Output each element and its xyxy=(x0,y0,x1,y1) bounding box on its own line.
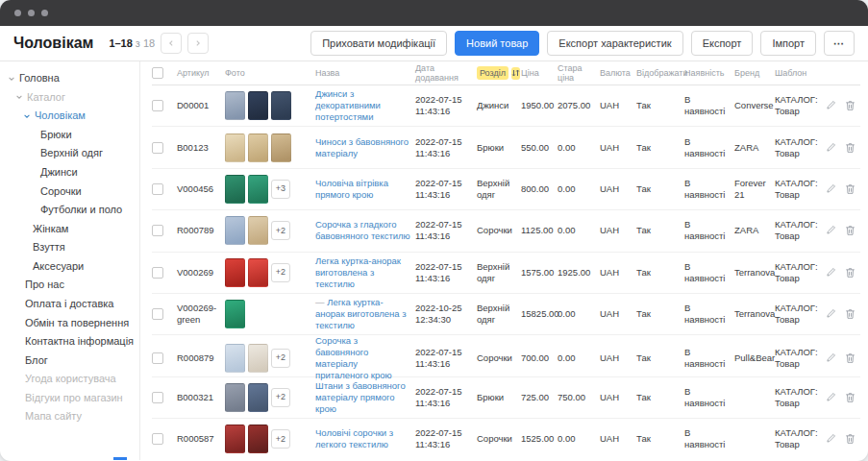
delete-icon[interactable] xyxy=(845,267,856,279)
more-photos-badge[interactable]: +2 xyxy=(271,388,290,407)
edit-icon[interactable] xyxy=(826,352,836,364)
column-header-section[interactable]: Розділ xyxy=(477,66,521,80)
hide-modifications-button[interactable]: Приховати модифікації xyxy=(310,31,447,56)
name-cell: Штани з бавовняного матеріалу прямого кр… xyxy=(315,380,415,415)
column-header-availability[interactable]: Наявність xyxy=(684,68,734,78)
window-control-dot[interactable] xyxy=(14,10,21,16)
next-page-button[interactable] xyxy=(187,33,209,54)
sidebar-item[interactable]: Чоловікам xyxy=(0,107,139,126)
column-header-display[interactable]: Відображати xyxy=(636,68,684,78)
sidebar-item-label: Відгуки про магазин xyxy=(25,392,123,404)
delete-icon[interactable] xyxy=(845,142,856,154)
product-name-link[interactable]: Сорочка з гладкого бавовняного текстилю xyxy=(315,219,410,241)
product-name-link[interactable]: Сорочка з бавовняного матеріалу притален… xyxy=(315,335,392,380)
sidebar-item[interactable]: Угода користувача xyxy=(0,370,139,389)
edit-icon[interactable] xyxy=(826,142,836,154)
edit-icon[interactable] xyxy=(826,183,836,195)
edit-icon[interactable] xyxy=(826,225,836,236)
delete-icon[interactable] xyxy=(845,225,856,236)
row-checkbox[interactable] xyxy=(152,142,163,154)
sidebar-item-label: Сорочки xyxy=(40,185,82,198)
product-name-link[interactable]: Легка куртка-анорак виготовлена з тексти… xyxy=(315,297,407,330)
window-control-dot[interactable] xyxy=(28,10,35,16)
column-header-date-added[interactable]: Дата додавання xyxy=(415,63,477,83)
product-name-link[interactable]: Штани з бавовняного матеріалу прямого кр… xyxy=(315,380,406,414)
sidebar-item[interactable]: Каталог xyxy=(0,88,139,108)
edit-icon[interactable] xyxy=(826,308,836,320)
row-checkbox[interactable] xyxy=(152,433,163,445)
sidebar-item[interactable]: Про нас xyxy=(0,276,139,295)
product-name-link[interactable]: Джинси з декоративними потертостями xyxy=(315,88,381,122)
sidebar-item[interactable]: Футболки и поло xyxy=(0,201,139,220)
column-header-article[interactable]: Артикул xyxy=(177,68,225,78)
edit-icon[interactable] xyxy=(826,392,836,403)
sidebar-item[interactable]: Взуття xyxy=(0,238,139,257)
more-photos-badge[interactable]: +2 xyxy=(271,221,290,240)
sidebar-item[interactable]: Оплата і доставка xyxy=(0,295,139,314)
article-cell: R000789 xyxy=(177,225,225,236)
row-checkbox[interactable] xyxy=(152,267,163,279)
delete-icon[interactable] xyxy=(845,352,856,364)
table-row: V000269+2Легка куртка-анорак виготовлена… xyxy=(152,253,860,294)
more-photos-badge[interactable]: +3 xyxy=(271,180,290,199)
date-added-cell: 2022-10-2512:34:30 xyxy=(415,303,477,326)
name-cell: Чоловіча вітрівка прямого крою xyxy=(315,178,415,201)
select-all-checkbox[interactable] xyxy=(152,67,163,79)
column-header-old-price[interactable]: Стара ціна xyxy=(558,63,600,83)
more-photos-badge[interactable]: +2 xyxy=(271,263,290,282)
product-name-link[interactable]: Чиноси з бавовняного матеріалу xyxy=(315,136,409,158)
row-checkbox[interactable] xyxy=(152,308,163,320)
sidebar-item[interactable]: Жінкам xyxy=(0,220,139,239)
sidebar-item-label: Блог xyxy=(25,354,48,367)
more-options-button[interactable]: ⋯ xyxy=(824,31,855,56)
display-flag-cell: Так xyxy=(636,142,684,154)
row-checkbox[interactable] xyxy=(152,100,163,111)
sidebar-item[interactable]: Блог xyxy=(0,351,139,370)
chevron-down-icon[interactable] xyxy=(8,75,15,83)
sidebar-item[interactable]: Джинси xyxy=(0,163,139,182)
sidebar-item[interactable]: Головна xyxy=(0,69,139,88)
row-checkbox[interactable] xyxy=(152,392,163,403)
row-checkbox[interactable] xyxy=(152,352,163,364)
sidebar-item[interactable]: Аксесуари xyxy=(0,257,139,277)
delete-icon[interactable] xyxy=(845,392,856,403)
sidebar-item[interactable]: Контактна інформація xyxy=(0,332,139,352)
prev-page-button[interactable] xyxy=(161,33,182,54)
product-name-link[interactable]: Чоловічі сорочки з легкого текстилю xyxy=(315,427,393,449)
column-header-currency[interactable]: Валюта xyxy=(600,68,636,78)
column-header-name[interactable]: Назва xyxy=(315,68,415,78)
chevron-down-icon[interactable] xyxy=(15,93,23,101)
actions-cell xyxy=(825,352,863,364)
chevron-down-icon[interactable] xyxy=(23,112,31,120)
export-button[interactable]: Експорт xyxy=(691,31,754,56)
delete-icon[interactable] xyxy=(845,100,856,111)
sidebar-item[interactable]: Обмін та повернення xyxy=(0,313,139,332)
sidebar-item[interactable]: Верхній одяг xyxy=(0,144,139,163)
column-header-price[interactable]: Ціна xyxy=(521,68,558,78)
export-characteristics-button[interactable]: Експорт характеристик xyxy=(547,31,682,56)
window-control-dot[interactable] xyxy=(41,10,48,16)
column-header-photo[interactable]: Фото xyxy=(225,68,315,78)
column-header-template[interactable]: Шаблон xyxy=(775,68,825,78)
new-product-button[interactable]: Новий товар xyxy=(455,31,539,56)
more-photos-badge[interactable]: +2 xyxy=(271,349,290,368)
edit-icon[interactable] xyxy=(826,100,836,111)
sidebar-item[interactable]: Брюки xyxy=(0,126,139,145)
delete-icon[interactable] xyxy=(845,433,856,445)
column-header-section-label[interactable]: Розділ xyxy=(477,66,508,80)
product-name-link[interactable]: Легка куртка-анорак виготовлена з тексти… xyxy=(315,255,401,289)
row-checkbox[interactable] xyxy=(152,225,163,236)
more-photos-badge[interactable]: +2 xyxy=(271,429,290,449)
delete-icon[interactable] xyxy=(845,183,856,195)
sidebar-item[interactable]: Відгуки про магазин xyxy=(0,389,139,408)
product-name-link[interactable]: Чоловіча вітрівка прямого крою xyxy=(315,178,388,200)
row-checkbox[interactable] xyxy=(152,183,163,195)
column-header-brand[interactable]: Бренд xyxy=(734,68,775,78)
edit-icon[interactable] xyxy=(826,433,836,445)
sort-icon[interactable] xyxy=(511,67,520,80)
sidebar-item[interactable]: Сорочки xyxy=(0,182,139,201)
edit-icon[interactable] xyxy=(826,267,836,279)
delete-icon[interactable] xyxy=(845,308,856,320)
sidebar-item[interactable]: Мапа сайту xyxy=(0,407,139,426)
import-button[interactable]: Імпорт xyxy=(760,31,816,56)
